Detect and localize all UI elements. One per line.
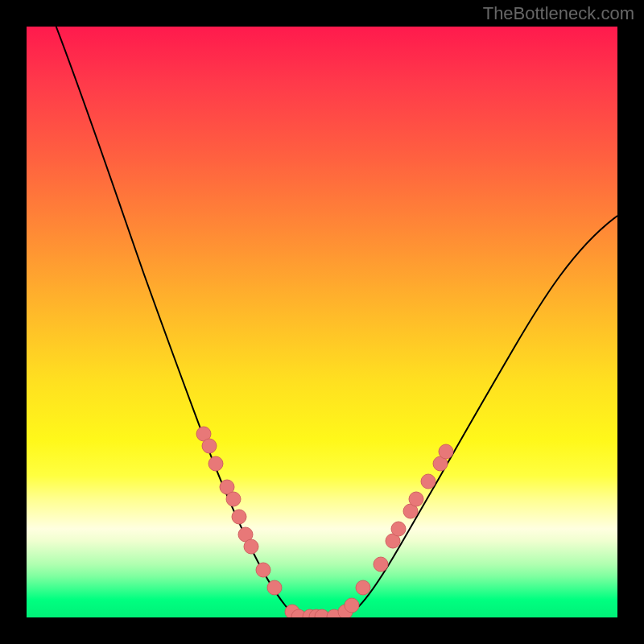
data-dot	[391, 522, 406, 536]
data-dot	[202, 439, 217, 453]
chart-container: TheBottleneck.com	[0, 0, 644, 644]
data-dot	[256, 563, 270, 577]
data-dot	[356, 580, 370, 595]
data-dot	[409, 492, 423, 506]
data-dot	[208, 456, 223, 471]
data-dot	[244, 539, 258, 554]
data-dot	[226, 492, 241, 506]
data-dot	[267, 580, 282, 595]
data-dot	[439, 444, 453, 459]
scatter-dots	[196, 427, 453, 617]
data-dot	[232, 510, 246, 524]
plot-area	[27, 27, 617, 617]
data-dot	[421, 474, 436, 489]
data-dot	[345, 598, 359, 613]
curve-svg	[27, 27, 617, 617]
bottleneck-curve	[56, 27, 617, 617]
data-dot	[374, 557, 388, 572]
watermark-text: TheBottleneck.com	[483, 3, 634, 24]
